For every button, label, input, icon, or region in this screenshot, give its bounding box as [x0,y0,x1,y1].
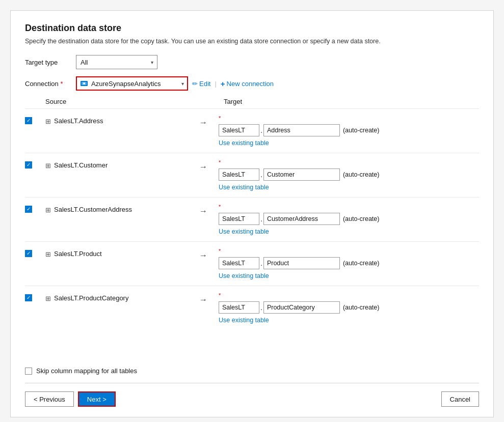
source-column-header: Source [45,98,188,105]
connection-actions: ✏ Edit | + New connection [192,79,274,88]
destination-data-store-panel: Destination data store Specify the desti… [10,10,494,417]
connection-label: Connection * [25,80,76,88]
row-0-use-existing[interactable]: Use existing table [219,139,433,147]
connection-selector[interactable]: AzureSynapseAnalytics ▾ [76,76,188,91]
row-1-source: ⊞ SalesLT.Customer [45,159,188,170]
panel-title: Destination data store [25,23,479,34]
row-2-schema-input[interactable] [219,213,259,225]
row-1-target-inputs: . (auto-create) [219,168,433,181]
table-icon: ⊞ [45,162,51,170]
row-4-required-star: * [219,292,433,298]
row-3-arrow: → [188,248,219,260]
row-0-target: * . (auto-create) Use existing table [219,115,433,147]
row-2-target-inputs: . (auto-create) [219,213,433,225]
check-icon: ✓ [26,162,31,167]
dot-separator: . [260,168,262,181]
skip-mapping-row: Skip column mapping for all tables [25,367,479,375]
row-2-table-input[interactable] [263,213,340,225]
row-0-target-inputs: . (auto-create) [219,124,433,136]
row-1-use-existing[interactable]: Use existing table [219,184,433,191]
row-4-checkbox[interactable]: ✓ [25,294,32,301]
connection-row: Connection * AzureSynapseAnalytics ▾ ✏ E… [25,76,479,91]
plus-icon: + [221,79,225,88]
table-icon: ⊞ [45,295,51,302]
panel-description: Specify the destination data store for t… [25,38,479,45]
table-row: ✓ ⊞ SalesLT.ProductCategory → * . (auto-… [25,286,479,330]
arrow-right-icon: → [199,118,207,127]
row-1-source-name: SalesLT.Customer [54,161,108,169]
arrow-right-icon: → [199,251,207,260]
row-3-use-existing[interactable]: Use existing table [219,272,433,279]
dot-separator: . [260,301,262,314]
target-type-select-wrapper: All ▾ [76,55,157,69]
table-icon: ⊞ [45,118,51,125]
row-0-source-name: SalesLT.Address [54,117,103,125]
row-3-auto-create: (auto-create) [343,257,380,269]
row-4-checkbox-cell: ✓ [25,292,45,301]
dot-separator: . [260,124,262,136]
row-3-schema-input[interactable] [219,257,259,269]
new-connection-button[interactable]: + New connection [221,79,274,88]
table-header: Source Target [25,98,479,108]
row-1-schema-input[interactable] [219,168,259,181]
cancel-button[interactable]: Cancel [441,391,479,407]
table-icon: ⊞ [45,250,51,258]
row-0-source: ⊞ SalesLT.Address [45,115,188,125]
dot-separator: . [260,257,262,269]
row-0-schema-input[interactable] [219,124,259,136]
check-icon: ✓ [26,118,31,123]
previous-button[interactable]: < Previous [25,391,74,407]
row-0-table-input[interactable] [263,124,340,136]
connection-required-star: * [60,80,63,88]
row-2-checkbox-cell: ✓ [25,204,45,213]
row-4-target-inputs: . (auto-create) [219,301,433,314]
row-1-checkbox[interactable]: ✓ [25,161,32,168]
row-4-source: ⊞ SalesLT.ProductCategory [45,292,188,302]
target-column-header: Target [219,98,433,105]
footer: < Previous Next > Cancel [25,383,479,407]
row-2-use-existing[interactable]: Use existing table [219,228,433,235]
skip-mapping-checkbox[interactable] [25,368,32,375]
check-icon: ✓ [26,295,31,300]
row-2-source: ⊞ SalesLT.CustomerAddress [45,204,188,214]
row-3-checkbox[interactable]: ✓ [25,250,32,257]
row-4-target: * . (auto-create) Use existing table [219,292,433,324]
skip-mapping-label: Skip column mapping for all tables [36,367,137,375]
row-1-table-input[interactable] [263,168,340,181]
row-1-checkbox-cell: ✓ [25,159,45,168]
target-type-row: Target type All ▾ [25,55,479,69]
row-2-arrow: → [188,204,219,216]
row-2-checkbox[interactable]: ✓ [25,206,32,213]
row-0-arrow: → [188,115,219,127]
check-icon: ✓ [26,251,31,256]
row-3-target: * . (auto-create) Use existing table [219,248,433,279]
row-2-source-name: SalesLT.CustomerAddress [54,206,132,213]
table-row: ✓ ⊞ SalesLT.Product → * . (auto-create) … [25,241,479,286]
dot-separator: . [260,213,262,225]
row-0-checkbox-cell: ✓ [25,115,45,124]
target-type-select[interactable]: All [76,55,157,69]
row-2-required-star: * [219,204,433,210]
next-button[interactable]: Next > [78,391,116,407]
row-3-required-star: * [219,248,433,254]
pencil-icon: ✏ [192,80,198,88]
target-type-label: Target type [25,59,76,66]
row-1-arrow: → [188,159,219,172]
row-2-auto-create: (auto-create) [343,213,380,225]
row-4-use-existing[interactable]: Use existing table [219,317,433,324]
row-0-required-star: * [219,115,433,121]
check-icon: ✓ [26,207,31,212]
connection-chevron-icon: ▾ [181,81,184,87]
row-3-table-input[interactable] [263,257,340,269]
row-3-source-name: SalesLT.Product [54,250,102,258]
row-3-source: ⊞ SalesLT.Product [45,248,188,258]
row-4-source-name: SalesLT.ProductCategory [54,294,128,302]
row-4-arrow: → [188,292,219,304]
edit-button[interactable]: ✏ Edit [192,80,210,88]
row-1-target: * . (auto-create) Use existing table [219,159,433,191]
row-4-table-input[interactable] [263,301,340,314]
row-4-schema-input[interactable] [219,301,259,314]
row-0-checkbox[interactable]: ✓ [25,117,32,124]
footer-left-buttons: < Previous Next > [25,391,116,407]
table-row: ✓ ⊞ SalesLT.Customer → * . (auto-create)… [25,153,479,197]
